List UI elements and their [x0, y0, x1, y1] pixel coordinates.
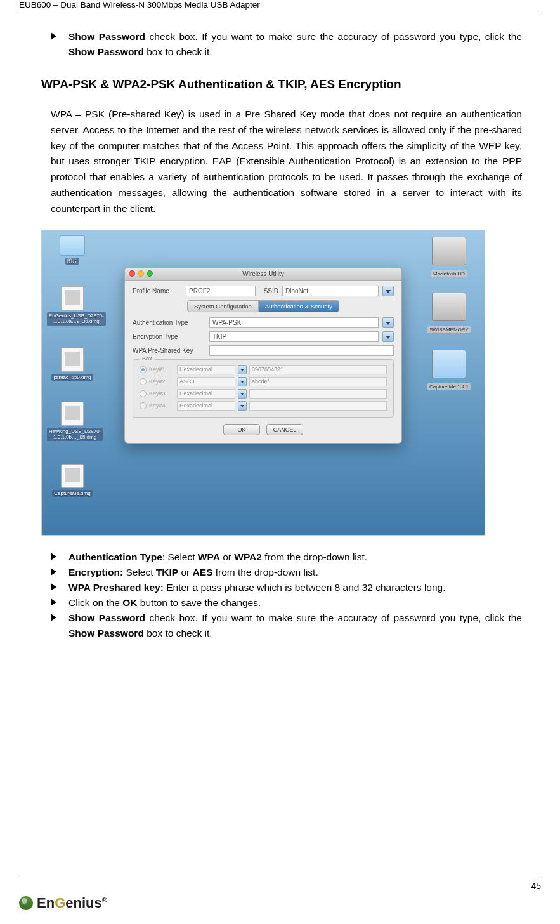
icon-label: psmac_650.dmg [51, 374, 93, 381]
key-label: Key#1 [149, 366, 174, 373]
key-mode-dropdown-button[interactable] [238, 377, 247, 386]
icon-label: Hawking_USB_D2870-1.0.1.0b…_05.dmg [47, 428, 103, 441]
hdd-icon [432, 237, 466, 265]
desktop-dmg-icon[interactable]: psmac_650.dmg [47, 348, 98, 381]
text: box to check it. [144, 628, 212, 638]
dmg-icon [61, 402, 84, 426]
bold-text: Authentication Type [68, 551, 162, 562]
ssid-dropdown-button[interactable] [382, 286, 394, 296]
key-mode-select[interactable]: Hexadecimal [177, 365, 235, 374]
text: from the drop-down list. [212, 567, 318, 578]
wep-key-row: Key#2ASCIIabcdef [140, 377, 387, 386]
tab-system-config[interactable]: System Configuration [187, 300, 259, 312]
dialog-titlebar[interactable]: Wireless Utility [125, 268, 401, 280]
page-footer: 45 EnGenius® [19, 878, 541, 911]
dialog-title: Wireless Utility [242, 270, 284, 277]
wep-key-row: Key#4Hexadecimal [140, 401, 387, 411]
profile-name-field[interactable]: PROF2 [186, 286, 256, 296]
key-value-input[interactable]: abcdef [249, 377, 387, 386]
text: box to check it. [144, 46, 212, 57]
auth-type-select[interactable]: WPA-PSK [209, 317, 379, 328]
key-mode-dropdown-button[interactable] [238, 401, 247, 411]
text: or [178, 567, 192, 578]
minimize-icon[interactable] [138, 270, 144, 277]
dialog-body: Profile Name PROF2 SSID DinoNet System C… [125, 280, 401, 443]
logo-part: En [37, 895, 55, 911]
auth-type-row: Authentication Type WPA-PSK [133, 317, 394, 328]
text: Select [123, 567, 156, 578]
enc-type-row: Encryption Type TKIP [133, 331, 394, 342]
auth-dropdown-button[interactable] [382, 317, 394, 328]
desktop-folder-icon[interactable]: 图片 [47, 235, 98, 265]
enc-dropdown-button[interactable] [382, 331, 394, 342]
profile-ssid-row: Profile Name PROF2 SSID DinoNet [133, 286, 394, 296]
key-value-input[interactable] [249, 401, 387, 411]
text: : Select [162, 551, 198, 562]
key-radio[interactable] [140, 378, 147, 385]
embedded-screenshot: 图片 EnGenius_USB_D2870-1.0.1.0a…9_26.dmg … [41, 230, 485, 536]
auth-type-label: Authentication Type [133, 319, 205, 326]
folder-icon [432, 350, 466, 378]
desktop-folder-icon[interactable]: Capture Me 1.4.1 [417, 350, 481, 391]
key-mode-dropdown-button[interactable] [238, 365, 247, 374]
text: from the drop-down list. [262, 551, 367, 562]
bold-text: TKIP [156, 567, 178, 578]
enc-type-label: Encryption Type [133, 333, 205, 340]
bold-text: WPA2 [234, 551, 262, 562]
key-mode-select[interactable]: ASCII [177, 377, 235, 386]
desktop-drive-icon[interactable]: Macintosh HD [417, 237, 481, 278]
instruction-bullet-list: Authentication Type: Select WPA or WPA2 … [51, 550, 522, 641]
key-label: Key#2 [149, 378, 174, 385]
key-label: Key#4 [149, 402, 174, 409]
page-number: 45 [19, 881, 541, 891]
bold-text: WPA Preshared key: [68, 582, 164, 593]
key-mode-dropdown-button[interactable] [238, 389, 247, 399]
bullet-auth-type: Authentication Type: Select WPA or WPA2 … [51, 550, 522, 565]
tab-auth-security[interactable]: Authentication & Security [259, 300, 339, 312]
dmg-icon [61, 348, 84, 372]
dmg-icon [61, 464, 84, 488]
mac-desktop: 图片 EnGenius_USB_D2870-1.0.1.0a…9_26.dmg … [42, 230, 485, 535]
bullet-show-password-top: Show Password check box. If you want to … [51, 29, 522, 60]
cancel-button[interactable]: CANCEL [266, 424, 303, 435]
text: button to save the changes. [138, 597, 261, 608]
bold-text: Show Password [68, 628, 144, 638]
logo-part: G [55, 895, 65, 911]
key-mode-select[interactable]: Hexadecimal [177, 389, 235, 399]
key-radio[interactable] [140, 390, 147, 397]
key-mode-select[interactable]: Hexadecimal [177, 401, 235, 411]
psk-label: WPA Pre-Shared Key [133, 347, 205, 354]
psk-field[interactable] [209, 345, 394, 356]
ssid-field[interactable]: DinoNet [282, 286, 379, 296]
icon-label: Capture Me 1.4.1 [427, 383, 471, 390]
desktop-dmg-icon[interactable]: CaptureMe.dmg [47, 464, 98, 498]
brand-logo: EnGenius® [19, 895, 541, 911]
zoom-icon[interactable] [147, 270, 153, 277]
text: Enter a pass phrase which is between 8 a… [164, 582, 446, 593]
desktop-drive-icon[interactable]: SWISSMEMORY [417, 293, 481, 334]
bullet-show-password: Show Password check box. If you want to … [51, 610, 522, 641]
dialog-tabs: System Configuration Authentication & Se… [133, 300, 394, 312]
section-paragraph: WPA – PSK (Pre-shared Key) is used in a … [51, 107, 522, 217]
ssid-label: SSID [259, 287, 278, 294]
section-heading: WPA-PSK & WPA2-PSK Authentication & TKIP… [41, 77, 522, 91]
bold-text: Show Password [68, 46, 144, 57]
text: Click on the [68, 597, 122, 608]
wep-key-box: Box Key#1Hexadecimal0987654321Key#2ASCII… [133, 359, 394, 418]
wireless-utility-dialog: Wireless Utility Profile Name PROF2 SSID… [124, 267, 402, 444]
bold-text: WPA [198, 551, 220, 562]
key-value-input[interactable]: 0987654321 [249, 365, 387, 374]
key-value-input[interactable] [249, 389, 387, 399]
desktop-dmg-icon[interactable]: Hawking_USB_D2870-1.0.1.0b…_05.dmg [47, 402, 98, 441]
bold-text: Show Password [68, 612, 145, 623]
dmg-icon [61, 286, 84, 310]
key-label: Key#3 [149, 390, 174, 397]
bold-text: AES [193, 567, 213, 578]
enc-type-select[interactable]: TKIP [209, 331, 379, 342]
bold-text: Encryption: [68, 567, 123, 578]
key-radio[interactable] [140, 366, 147, 373]
desktop-dmg-icon[interactable]: EnGenius_USB_D2870-1.0.1.0a…9_26.dmg [47, 286, 98, 326]
key-radio[interactable] [140, 402, 147, 409]
ok-button[interactable]: OK [223, 424, 260, 435]
close-icon[interactable] [129, 270, 135, 277]
